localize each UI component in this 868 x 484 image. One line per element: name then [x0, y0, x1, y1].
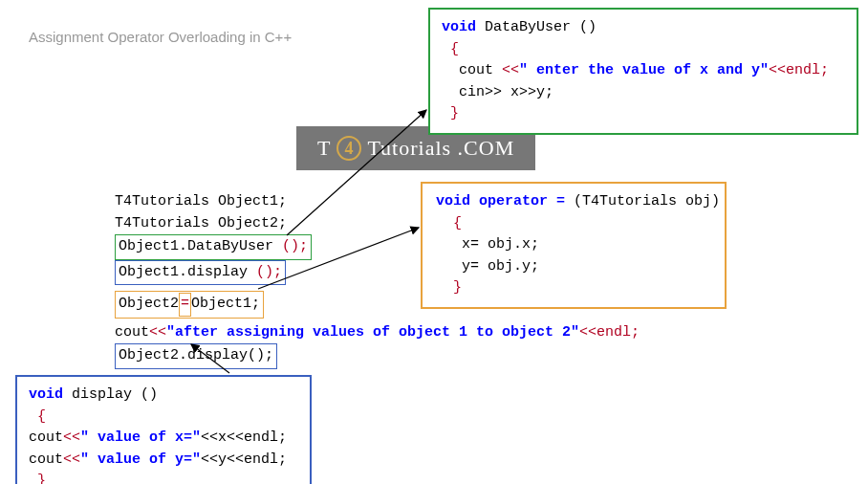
page-title: Assignment Operator Overloading in C++ — [29, 29, 292, 45]
code-line-display-call-2: Object2.display(); — [115, 343, 640, 369]
code-line: } — [29, 471, 298, 484]
code-line: cout <<" enter the value of x and y"<<en… — [442, 60, 845, 82]
code-line: T4Tutorials Object2; — [115, 213, 640, 235]
watermark-t: T — [317, 136, 331, 161]
code-line-assignment: Object2=Object1; — [115, 291, 640, 319]
code-line: { — [442, 39, 845, 61]
databyuser-box: void DataByUser () { cout <<" enter the … — [428, 8, 858, 135]
code-line-display-call-1: Object1.display (); — [115, 260, 640, 286]
display-box: void display () { cout<<" value of x="<<… — [15, 375, 312, 484]
code-line: void DataByUser () — [442, 17, 845, 39]
code-line: cin>> x>>y; — [442, 82, 845, 104]
code-line: { — [29, 407, 298, 429]
code-line-cout: cout<<"after assigning values of object … — [115, 322, 640, 344]
code-line: cout<<" value of x="<<x<<endl; — [29, 428, 298, 450]
code-line: cout<<" value of y="<<y<<endl; — [29, 450, 298, 472]
code-line: T4Tutorials Object1; — [115, 191, 640, 213]
code-line-databyuser-call: Object1.DataByUser (); — [115, 234, 640, 260]
main-code-block: T4Tutorials Object1; T4Tutorials Object2… — [115, 191, 640, 369]
code-line: void display () — [29, 385, 298, 407]
code-line: } — [442, 103, 845, 125]
watermark-circle-icon: 4 — [336, 136, 361, 161]
watermark-text: Tutorials .COM — [367, 136, 514, 161]
